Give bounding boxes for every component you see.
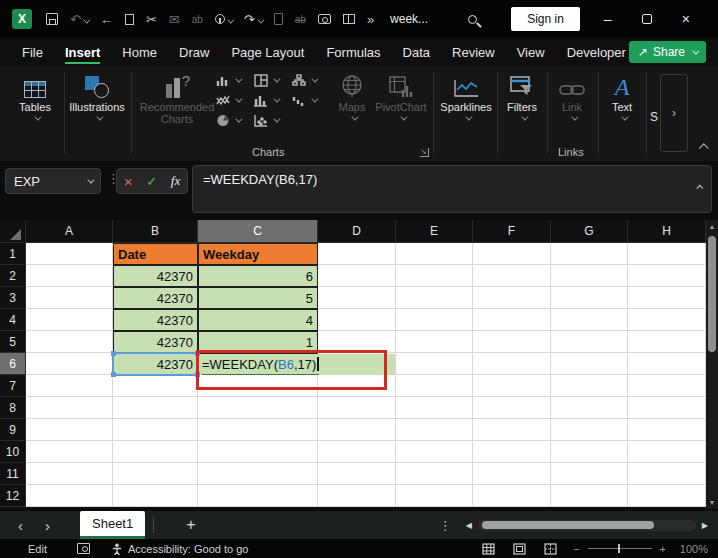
collapse-formula-bar-button[interactable] bbox=[696, 178, 703, 193]
cell-F11[interactable] bbox=[473, 463, 551, 485]
cell-A10[interactable] bbox=[26, 441, 113, 463]
cell-C10[interactable] bbox=[198, 441, 318, 463]
tab-draw[interactable]: Draw bbox=[179, 41, 209, 64]
cell-B12[interactable] bbox=[113, 485, 198, 507]
column-header-H[interactable]: H bbox=[628, 220, 706, 243]
cell-D12[interactable] bbox=[318, 485, 396, 507]
scroll-up-icon[interactable]: ▲ bbox=[706, 223, 718, 230]
row-header-12[interactable]: 12 bbox=[0, 485, 26, 507]
cell-B5[interactable]: 42370 bbox=[113, 331, 198, 353]
pivotchart-button[interactable]: PivotChart bbox=[372, 72, 430, 121]
horizontal-scroll-track[interactable] bbox=[478, 520, 696, 531]
cell-F9[interactable] bbox=[473, 419, 551, 441]
cell-E9[interactable] bbox=[396, 419, 473, 441]
cell-H4[interactable] bbox=[628, 309, 706, 331]
add-sheet-button[interactable]: + bbox=[186, 516, 195, 534]
tab-formulas[interactable]: Formulas bbox=[326, 41, 380, 64]
translate-icon[interactable]: ab bbox=[192, 14, 203, 25]
sparklines-button[interactable]: Sparklines bbox=[436, 72, 496, 121]
column-header-E[interactable]: E bbox=[396, 220, 473, 243]
vertical-scroll-thumb[interactable] bbox=[708, 236, 716, 352]
scroll-down-icon[interactable]: ▼ bbox=[706, 499, 718, 506]
normal-view-icon[interactable] bbox=[482, 543, 495, 555]
new-document-icon[interactable] bbox=[274, 13, 283, 25]
cell-C2[interactable]: 6 bbox=[198, 265, 318, 287]
cell-H5[interactable] bbox=[628, 331, 706, 353]
row-header-10[interactable]: 10 bbox=[0, 441, 26, 463]
cell-B9[interactable] bbox=[113, 419, 198, 441]
select-all-corner[interactable] bbox=[0, 220, 26, 243]
macro-record-icon[interactable] bbox=[77, 543, 90, 554]
cell-D3[interactable] bbox=[318, 287, 396, 309]
cell-E7[interactable] bbox=[396, 375, 473, 397]
touch-mode-icon[interactable] bbox=[215, 12, 232, 27]
scroll-left-icon[interactable]: ◀ bbox=[466, 521, 472, 530]
cell-A5[interactable] bbox=[26, 331, 113, 353]
cell-H7[interactable] bbox=[628, 375, 706, 397]
close-button[interactable]: × bbox=[682, 11, 690, 27]
cell-A12[interactable] bbox=[26, 485, 113, 507]
camera-icon[interactable] bbox=[318, 14, 331, 24]
charts-dialog-launcher-icon[interactable]: ↘ bbox=[420, 148, 429, 157]
cell-A8[interactable] bbox=[26, 397, 113, 419]
maximize-button[interactable] bbox=[642, 14, 652, 24]
column-header-C[interactable]: C bbox=[198, 220, 318, 243]
row-header-11[interactable]: 11 bbox=[0, 463, 26, 485]
cell-C12[interactable] bbox=[198, 485, 318, 507]
page-break-view-icon[interactable] bbox=[544, 543, 557, 555]
cell-F7[interactable] bbox=[473, 375, 551, 397]
cell-H6[interactable] bbox=[628, 353, 706, 375]
treemap-chart-button[interactable] bbox=[254, 74, 278, 87]
scatter-chart-button[interactable] bbox=[254, 114, 278, 127]
cell-D8[interactable] bbox=[318, 397, 396, 419]
cell-G5[interactable] bbox=[551, 331, 628, 353]
cell-A7[interactable] bbox=[26, 375, 113, 397]
zoom-level[interactable]: 100% bbox=[674, 543, 708, 555]
cell-A4[interactable] bbox=[26, 309, 113, 331]
cell-F12[interactable] bbox=[473, 485, 551, 507]
tab-review[interactable]: Review bbox=[452, 41, 495, 64]
cell-B11[interactable] bbox=[113, 463, 198, 485]
row-header-8[interactable]: 8 bbox=[0, 397, 26, 419]
cell-H1[interactable] bbox=[628, 243, 706, 265]
undo-icon[interactable]: ↶ bbox=[70, 12, 88, 27]
cell-D10[interactable] bbox=[318, 441, 396, 463]
row-header-2[interactable]: 2 bbox=[0, 265, 26, 287]
cell-H11[interactable] bbox=[628, 463, 706, 485]
cell-B7[interactable] bbox=[113, 375, 198, 397]
zoom-slider[interactable] bbox=[588, 548, 652, 550]
scroll-right-icon[interactable]: ▶ bbox=[702, 521, 708, 530]
tab-page-layout[interactable]: Page Layout bbox=[231, 41, 304, 64]
cell-H10[interactable] bbox=[628, 441, 706, 463]
cell-H8[interactable] bbox=[628, 397, 706, 419]
text-button[interactable]: A Text bbox=[600, 72, 644, 121]
accessibility-status[interactable]: Accessibility: Good to go bbox=[112, 543, 248, 555]
cell-E2[interactable] bbox=[396, 265, 473, 287]
cell-F2[interactable] bbox=[473, 265, 551, 287]
sheet-tab-sheet1[interactable]: Sheet1 bbox=[80, 511, 145, 539]
link-button[interactable]: Link bbox=[549, 72, 595, 121]
cell-H9[interactable] bbox=[628, 419, 706, 441]
zoom-in-button[interactable]: + bbox=[660, 543, 666, 555]
cell-E6[interactable] bbox=[396, 353, 473, 375]
selection-handle[interactable] bbox=[111, 372, 116, 377]
cell-F5[interactable] bbox=[473, 331, 551, 353]
filters-button[interactable]: Filters bbox=[498, 72, 546, 121]
maps-button[interactable]: Maps bbox=[332, 72, 372, 121]
name-box[interactable]: EXP bbox=[5, 168, 101, 194]
row-header-3[interactable]: 3 bbox=[0, 287, 26, 309]
cell-G11[interactable] bbox=[551, 463, 628, 485]
share-button[interactable]: ↗ Share bbox=[629, 41, 706, 63]
cell-B3[interactable]: 42370 bbox=[113, 287, 198, 309]
row-header-6[interactable]: 6 bbox=[0, 353, 26, 375]
previous-sheet-button[interactable]: ‹ bbox=[18, 517, 23, 534]
column-header-A[interactable]: A bbox=[26, 220, 113, 243]
strikethrough-icon[interactable]: ab bbox=[295, 14, 306, 25]
save-icon[interactable] bbox=[46, 13, 58, 25]
cell-A9[interactable] bbox=[26, 419, 113, 441]
tab-bar-options-icon[interactable]: ⋮ bbox=[439, 518, 452, 533]
cell-C1[interactable]: Weekday bbox=[198, 243, 318, 265]
cell-E8[interactable] bbox=[396, 397, 473, 419]
tab-developer[interactable]: Developer bbox=[567, 41, 626, 64]
accept-entry-button[interactable]: ✓ bbox=[146, 174, 157, 189]
